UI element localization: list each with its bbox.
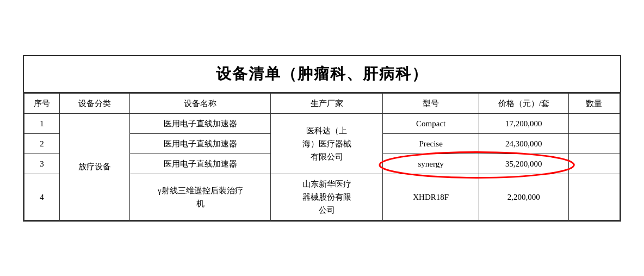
cell-quantity xyxy=(568,113,620,133)
header-quantity: 数量 xyxy=(568,93,620,113)
cell-seq: 3 xyxy=(24,154,60,174)
cell-manufacturer: 山东新华医疗器械股份有限公司 xyxy=(271,174,383,220)
cell-name: 医用电子直线加速器 xyxy=(130,133,271,154)
header-name: 设备名称 xyxy=(130,93,271,113)
cell-price-synergy: 35,200,000 xyxy=(479,154,568,174)
cell-quantity xyxy=(568,133,620,154)
header-manufacturer: 生产厂家 xyxy=(271,93,383,113)
cell-model: XHDR18F xyxy=(383,174,479,220)
cell-category: 放疗设备 xyxy=(59,113,130,220)
table-title: 设备清单（肿瘤科、肝病科） xyxy=(24,56,620,93)
cell-seq: 1 xyxy=(24,113,60,133)
cell-quantity xyxy=(568,174,620,220)
cell-price: 17,200,000 xyxy=(479,113,568,133)
header-category: 设备分类 xyxy=(59,93,130,113)
table-row: 1放疗设备医用电子直线加速器医科达（上海）医疗器械有限公司Compact17,2… xyxy=(24,113,620,133)
cell-price: 2,200,000 xyxy=(479,174,568,220)
cell-name: 医用电子直线加速器 xyxy=(130,113,271,133)
cell-seq: 4 xyxy=(24,174,60,220)
cell-name: γ射线三维遥控后装治疗机 xyxy=(130,174,271,220)
equipment-list: 设备清单（肿瘤科、肝病科） 序号 设备分类 设备名称 生产厂家 型号 价格（元）… xyxy=(23,55,621,222)
cell-quantity xyxy=(568,154,620,174)
cell-price: 24,300,000 xyxy=(479,133,568,154)
cell-model: Compact xyxy=(383,113,479,133)
cell-name: 医用电子直线加速器 xyxy=(130,154,271,174)
header-price: 价格（元）/套 xyxy=(479,93,568,113)
header-seq: 序号 xyxy=(24,93,60,113)
cell-manufacturer: 医科达（上海）医疗器械有限公司 xyxy=(271,113,383,174)
cell-seq: 2 xyxy=(24,133,60,154)
cell-model: Precise xyxy=(383,133,479,154)
cell-model-synergy: synergy xyxy=(383,154,479,174)
header-model: 型号 xyxy=(383,93,479,113)
